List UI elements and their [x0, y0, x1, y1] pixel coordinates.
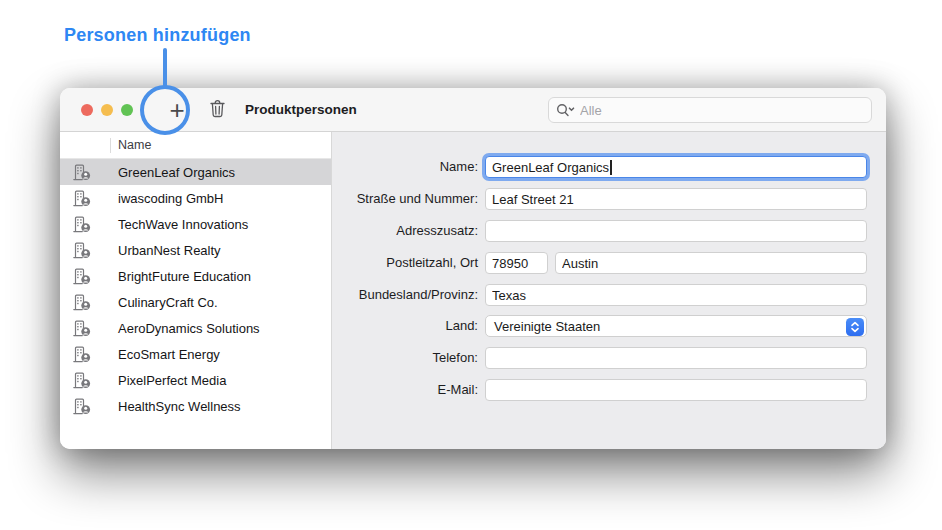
company-icon: [72, 189, 92, 207]
company-icon: [72, 241, 92, 259]
state-input[interactable]: [485, 284, 867, 306]
company-icon: [72, 397, 92, 415]
list-item[interactable]: iwascoding GmbH: [60, 185, 331, 211]
company-icon: [72, 163, 92, 181]
annotation-label: Personen hinzufügen: [64, 25, 251, 46]
traffic-lights: [81, 104, 133, 116]
search-field[interactable]: [548, 97, 872, 123]
column-header-name[interactable]: Name: [60, 132, 331, 159]
form-row-state: Bundesland/Provinz:: [332, 284, 886, 306]
name-input[interactable]: GreenLeaf Organics: [485, 156, 867, 178]
list-item[interactable]: UrbanNest Realty: [60, 237, 331, 263]
street-input[interactable]: [485, 188, 867, 210]
company-icon: [72, 293, 92, 311]
window-content: Name GreenLeaf Organicsiwascoding GmbHTe…: [60, 132, 886, 449]
delete-person-button[interactable]: [202, 95, 232, 125]
field-label: Straße und Nummer:: [332, 188, 478, 210]
field-label: Land:: [332, 315, 478, 337]
annotation-pointer-line: [163, 48, 167, 89]
persons-sidebar: Name GreenLeaf Organicsiwascoding GmbHTe…: [60, 132, 332, 449]
list-item[interactable]: CulinaryCraft Co.: [60, 289, 331, 315]
popup-stepper-icon: [846, 318, 864, 336]
list-item[interactable]: AeroDynamics Solutions: [60, 315, 331, 341]
field-label: Adresszusatz:: [332, 220, 478, 242]
text-caret: [610, 160, 612, 175]
form-row-country: Land: Vereinigte Staaten: [332, 315, 886, 337]
form-row-email: E-Mail:: [332, 379, 886, 401]
company-icon: [72, 319, 92, 337]
annotation-highlight-circle: [140, 85, 190, 135]
city-input[interactable]: [555, 252, 867, 274]
list-item[interactable]: GreenLeaf Organics: [60, 159, 331, 185]
field-label: Bundesland/Provinz:: [332, 284, 478, 306]
list-item[interactable]: BrightFuture Education: [60, 263, 331, 289]
person-form: Name: GreenLeaf Organics Straße und Numm…: [332, 132, 886, 449]
form-row-address2: Adresszusatz:: [332, 220, 886, 242]
phone-input[interactable]: [485, 347, 867, 369]
address2-input[interactable]: [485, 220, 867, 242]
app-window: + Produktpersonen: [60, 88, 886, 449]
company-icon: [72, 371, 92, 389]
search-input[interactable]: [580, 103, 864, 118]
field-label: Postleitzahl, Ort: [332, 252, 478, 274]
trash-icon: [209, 99, 226, 118]
field-label: Telefon:: [332, 347, 478, 369]
list-item[interactable]: TechWave Innovations: [60, 211, 331, 237]
column-separator: [110, 138, 111, 153]
window-title: Produktpersonen: [245, 102, 357, 117]
company-icon: [72, 267, 92, 285]
zip-input[interactable]: [485, 252, 548, 274]
company-icon: [72, 345, 92, 363]
email-input[interactable]: [485, 379, 867, 401]
minimize-button[interactable]: [101, 104, 113, 116]
form-row-name: Name: GreenLeaf Organics: [332, 156, 886, 178]
list-item[interactable]: PixelPerfect Media: [60, 367, 331, 393]
search-icon: [556, 103, 576, 117]
form-row-zip-city: Postleitzahl, Ort: [332, 252, 886, 274]
field-label: Name:: [332, 156, 478, 178]
form-row-street: Straße und Nummer:: [332, 188, 886, 210]
country-select[interactable]: Vereinigte Staaten: [485, 315, 867, 337]
close-button[interactable]: [81, 104, 93, 116]
list-item[interactable]: EcoSmart Energy: [60, 341, 331, 367]
screenshot-stage: Personen hinzufügen +: [0, 0, 942, 530]
zoom-button[interactable]: [121, 104, 133, 116]
list-item[interactable]: HealthSync Wellness: [60, 393, 331, 419]
company-icon: [72, 215, 92, 233]
form-row-phone: Telefon:: [332, 347, 886, 369]
field-label: E-Mail:: [332, 379, 478, 401]
